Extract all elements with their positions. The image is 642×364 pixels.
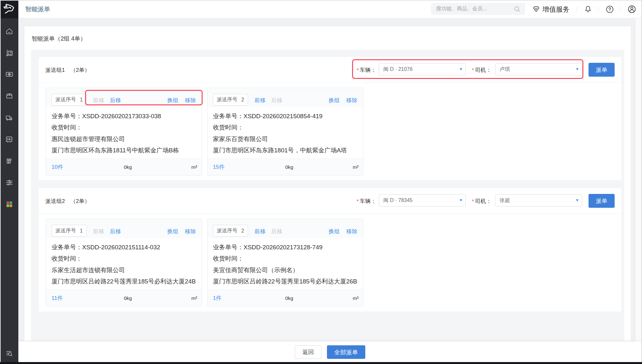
pieces-count[interactable]: 11件 [52, 294, 63, 302]
volume-value: m³ [353, 164, 359, 170]
sidebar-item-settings[interactable] [5, 178, 14, 187]
sidebar-item-package[interactable] [5, 92, 14, 100]
move-backward-link[interactable]: 后移 [271, 228, 283, 235]
sequence-number: 1 [80, 97, 83, 103]
driver-label: *司机： [472, 57, 492, 83]
receive-time-label: 收货时间： [213, 124, 244, 131]
chevron-down-icon [576, 68, 579, 70]
search-icon[interactable] [513, 5, 521, 13]
move-forward-link[interactable]: 前移 [93, 228, 104, 235]
change-group-link[interactable]: 换组 [329, 228, 340, 235]
move-backward-link[interactable]: 后移 [110, 228, 121, 235]
company-name: 惠民连锁超市管理有限公司 [52, 135, 196, 143]
app-window: 智能派单 搜功能、商品、会员... 增值服务 [0, 0, 642, 364]
groups-section: 派送组1 （2单） *车辆： 闽 D · 21076 *司机： 卢琪 [31, 50, 624, 341]
weight-value: 0kg [124, 295, 132, 301]
help-button[interactable] [606, 0, 614, 18]
driver-select[interactable]: 卢琪 [495, 63, 582, 75]
company-name: 美宜佳商贸有限公司（示例名） [213, 266, 358, 274]
move-forward-link[interactable]: 前移 [93, 97, 104, 104]
volume-value: m³ [191, 295, 197, 301]
required-asterisk: * [472, 198, 474, 205]
group-title: 派送组1 [45, 66, 65, 74]
change-group-link[interactable]: 换组 [167, 97, 178, 104]
order-card-header: 派送序号 1 前移 后移 换组 移除 [46, 88, 202, 107]
order-no-value: XSDD-20260202151114-032 [82, 244, 160, 251]
group-count: （2单） [70, 66, 90, 74]
order-no-label: 业务单号： [52, 244, 82, 251]
company-name: 乐家生活超市连锁有限公司 [52, 266, 196, 274]
change-group-link[interactable]: 换组 [329, 97, 340, 104]
app-logo[interactable] [0, 0, 18, 18]
pieces-count[interactable]: 10件 [52, 163, 63, 171]
sidebar-item-trolley[interactable] [5, 49, 14, 57]
move-backward-link[interactable]: 后移 [110, 97, 121, 104]
dispatch-group-1: 派送组1 （2单） *车辆： 闽 D · 21076 *司机： 卢琪 [39, 57, 621, 180]
panther-logo-icon [3, 3, 16, 16]
group-2-header: 派送组2 （2单） *车辆： 闽 D · 78345 *司机： 张超 [39, 188, 621, 214]
remove-link[interactable]: 移除 [346, 228, 358, 235]
weight-value: 0kg [124, 164, 132, 170]
receive-time-label: 收货时间： [213, 255, 244, 262]
change-group-link[interactable]: 换组 [167, 228, 178, 235]
order-card-body: 业务单号：XSDD-20260202173033-038 收货时间： 惠民连锁超… [46, 107, 202, 155]
order-card-header: 派送序号 1 前移 后移 换组 移除 [46, 219, 202, 238]
dispatch-button[interactable]: 派单 [589, 194, 615, 208]
vehicle-select[interactable]: 闽 D · 78345 [379, 194, 466, 206]
move-forward-link[interactable]: 前移 [254, 228, 266, 235]
global-search-input[interactable]: 搜功能、商品、会员... [431, 3, 525, 15]
remove-link[interactable]: 移除 [346, 97, 358, 104]
dispatch-group-2: 派送组2 （2单） *车辆： 闽 D · 78345 *司机： 张超 [39, 188, 621, 311]
vehicle-label-text: 车辆： [360, 66, 376, 74]
value-added-services-button[interactable]: 增值服务 [532, 0, 570, 18]
bell-icon [584, 5, 592, 14]
sequence-label: 派送序号 [55, 96, 76, 103]
address: 厦门市思明区吕岭路22号莲秀里185号必利达大厦24B [52, 277, 196, 286]
notifications-button[interactable] [584, 0, 592, 18]
remove-link[interactable]: 移除 [185, 97, 196, 104]
sidebar-item-safe[interactable] [5, 135, 14, 144]
sidebar-item-menu-search[interactable] [5, 349, 14, 358]
main-panel: 智能派单（2组 4单） 派送组1 （2单） *车辆： 闽 D · 21076 [24, 26, 631, 341]
driver-select[interactable]: 张超 [495, 194, 582, 206]
back-button[interactable]: 返回 [295, 345, 321, 359]
menu-search-icon [5, 349, 14, 358]
sidebar-item-apps[interactable] [5, 200, 13, 208]
sliders-icon [5, 178, 14, 187]
weight-value: 0kg [285, 295, 293, 301]
sequence-label: 派送序号 [217, 227, 237, 234]
remove-link[interactable]: 移除 [185, 228, 196, 235]
dispatch-all-button[interactable]: 全部派单 [327, 345, 365, 359]
sequence-number: 1 [80, 228, 83, 234]
chevron-down-icon [460, 199, 462, 201]
value-added-services-label: 增值服务 [542, 5, 570, 14]
account-button[interactable] [628, 0, 636, 18]
order-no-value: XSDD-20260202150854-419 [244, 113, 322, 120]
required-asterisk: * [357, 67, 359, 74]
order-card-1-1: 派送序号 1 前移 后移 换组 移除 业务单号：XSDD-20260202173… [46, 88, 202, 176]
move-forward-link[interactable]: 前移 [254, 97, 266, 104]
group-title: 派送组2 [45, 197, 65, 205]
truck-icon [5, 114, 14, 122]
sidebar-item-books[interactable] [5, 157, 14, 165]
page-scrollbar[interactable] [635, 18, 642, 362]
order-card-header: 派送序号 2 前移 后移 换组 移除 [207, 219, 363, 238]
sequence-label: 派送序号 [217, 96, 237, 103]
sidebar-item-home[interactable] [5, 27, 14, 35]
window-edge [0, 0, 642, 1]
vehicle-label: *车辆： [357, 57, 376, 83]
sequence-box: 派送序号 2 [213, 225, 248, 237]
pieces-count[interactable]: 1件 [213, 294, 221, 302]
vehicle-select[interactable]: 闽 D · 21076 [379, 63, 466, 75]
dispatch-button[interactable]: 派单 [589, 63, 615, 77]
user-avatar-icon [628, 5, 636, 14]
sidebar-item-delivery[interactable] [5, 114, 14, 122]
order-card-body: 业务单号：XSDD-20260202151114-032 收货时间： 乐家生活超… [46, 238, 202, 286]
driver-select-value: 卢琪 [495, 66, 576, 73]
driver-select-value: 张超 [495, 197, 576, 204]
pieces-count[interactable]: 15件 [213, 163, 225, 171]
sequence-box: 派送序号 2 [213, 94, 248, 106]
move-backward-link[interactable]: 后移 [271, 97, 283, 104]
page-header-title: 智能派单 [25, 0, 50, 18]
sidebar-item-money[interactable] [5, 70, 14, 79]
